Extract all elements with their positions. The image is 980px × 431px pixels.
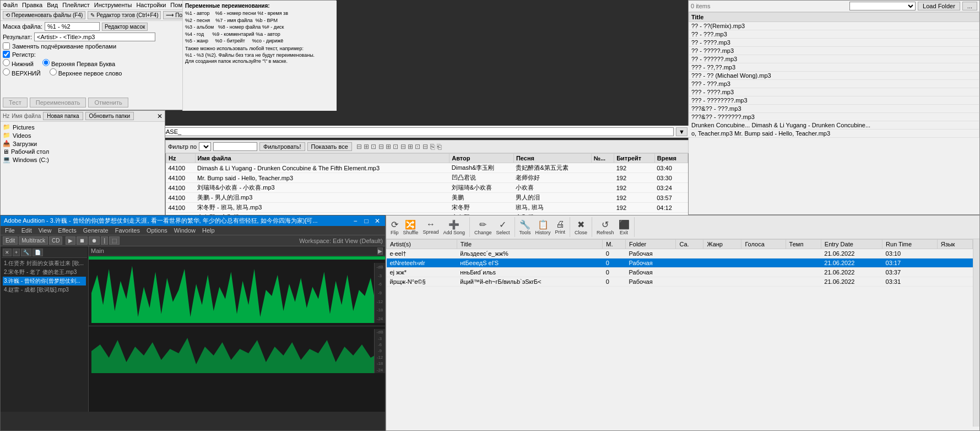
right-table-row[interactable]: Drunken Concubine... Dimash & Li Yugang … [689,121,979,130]
addr-dropdown-btn[interactable]: ▼ [676,127,687,136]
au-menu-favorites[interactable]: Favorites [113,227,142,234]
au-file-item[interactable]: 1.任贤齐 封面的女孩看过来 [歌... [3,259,86,268]
mb-btn-flip[interactable]: ⟳Flip [389,218,400,236]
menu-item-правка[interactable]: Правка [22,2,42,8]
load-folder-btn[interactable]: Load Folder [918,2,960,10]
test-btn[interactable]: Тест [3,98,28,107]
show-all-btn[interactable]: Показать все [307,142,352,151]
au-menu-effects[interactable]: Effects [56,227,78,234]
au-tab-cd[interactable]: CD [49,236,62,245]
right-table-row[interactable]: ?? - ???.mp3 [689,30,979,39]
menu-item-файл[interactable]: Файл [3,2,18,8]
au-tab-edit[interactable]: Edit [3,236,18,245]
au-menu-help[interactable]: Help [200,227,217,234]
fb-item[interactable]: 📥Загрузки [2,139,164,148]
au-sidebar-btn3[interactable]: 🔧 [21,249,31,256]
fb-item[interactable]: 💻Windows (C:) [2,155,164,164]
mask-input[interactable] [45,22,100,31]
mb-btn-exit[interactable]: ⬛Exit [618,218,631,236]
fb-close-btn[interactable]: ✕ [157,112,163,120]
au-file-item[interactable]: 3.许巍 - 曾经的你(曾梦想仗剑... [3,277,86,285]
addr-input[interactable] [124,127,674,136]
fb-item[interactable]: 🖥Рабочий стол [2,148,164,155]
cancel-btn[interactable]: Отменить [88,98,128,107]
right-panel-select[interactable] [849,2,916,10]
refresh-folders-btn[interactable]: Обновить папки [85,112,134,120]
fl-row[interactable]: 44100Dimash & Li Yugang - Drunken Concub… [166,163,688,173]
mb-row[interactable]: еtNreteeh›иlrнtБееедS еI'S0Рабочая21.06.… [387,258,973,268]
mb-btn-select[interactable]: ✓Select [495,218,511,236]
au-sidebar-btn4[interactable]: 📄 [33,249,43,256]
fb-item[interactable]: 📁Pictures [2,123,164,131]
right-table-row[interactable]: ?? - ??????.mp3 [689,55,979,63]
au-sidebar-btn2[interactable]: + [13,249,20,256]
au-menu-generate[interactable]: Generate [81,227,111,234]
right-table-row[interactable]: ?? - ?????.mp3 [689,47,979,55]
au-cursor-btn[interactable]: | [101,236,108,245]
mb-btn-print[interactable]: 🖨Print [554,218,567,236]
register-checkbox[interactable] [3,51,10,58]
rename-btn[interactable]: Переименовать [30,98,86,107]
mb-btn-refresh[interactable]: ↺Refresh [595,218,615,236]
menu-item-инструменты[interactable]: Инструменты [94,2,132,8]
tag-editor-btn[interactable]: ✎ Редактор тэгов (Ctrl+F4) [88,11,161,19]
fb-item[interactable]: 📁Videos [2,131,164,139]
radio-upper-first[interactable] [42,59,50,66]
mb-scrollbar[interactable] [973,239,979,427]
radio-upper-word[interactable] [50,68,57,76]
right-table-row[interactable]: ??? - ????????.mp3 [689,96,979,105]
mb-btn-history[interactable]: 📋History [534,218,552,236]
mb-btn-change[interactable]: ✏Change [473,218,493,236]
mask-editor-btn[interactable]: Редактор масок [102,23,148,31]
new-folder-btn[interactable]: Новая папка [43,112,83,120]
au-editor-arrow[interactable]: ▶ [377,247,383,255]
mb-row[interactable]: еj жж*нньБиd´ильs0Рабочая21.06.202203:37 [387,268,973,277]
right-table-row[interactable]: ?? - ??(Remix).mp3 [689,22,979,30]
mb-row[interactable]: йрщж-N°е©§йций™й-еh~гБ/вильb`эSкrБ<0Рабо… [387,277,973,287]
au-tab-multitrack[interactable]: Multitrack [19,236,48,245]
au-tool-1[interactable]: ▶ [66,236,75,245]
menu-item-плейлист[interactable]: Плейлист [62,2,90,8]
right-table-row[interactable]: ?? - ????.mp3 [689,39,979,47]
au-close-btn[interactable]: ✕ [373,217,382,225]
au-menu-view[interactable]: View [36,227,54,234]
right-table-row[interactable]: ???&?? - ???.mp3 [689,105,979,113]
fl-row[interactable]: 44100宋冬野 - 班马, 班马.mp3宋冬野班马, 班马19204:12 [166,203,688,213]
right-table-row[interactable]: o, Teacher.mp3 Mr. Bump said - Hello, Te… [689,130,979,138]
au-file-item[interactable]: 4.赵雷 - 成都 [歌词版].mp3 [3,285,86,294]
au-sidebar-btn1[interactable]: ✕ [3,249,12,256]
right-table-row[interactable]: ??? - ???.mp3 [689,80,979,88]
mb-btn-tools[interactable]: 🔧Tools [518,218,532,236]
fl-row[interactable]: 44100美鹏 - 男人的泪.mp3美鹏男人的泪19203:57 [166,193,688,203]
filter-input[interactable] [213,142,257,151]
right-table-row[interactable]: ??? - ?? (Michael Wong).mp3 [689,72,979,80]
rename-files-btn[interactable]: ⟲ Переименовать файлы (F4) [3,11,85,19]
right-table-row[interactable]: ???&?? - ???????.mp3 [689,113,979,121]
underscores-checkbox[interactable] [3,42,10,50]
au-maximize-btn[interactable]: □ [362,217,371,225]
radio-upper[interactable] [3,68,10,76]
filter-btn[interactable]: Фильтровать! [259,142,305,151]
au-file-item[interactable]: 2.宋冬野 - 老了 傻的老王.mp3 [3,268,86,277]
au-tool-2[interactable]: ⏹ [77,236,88,245]
mb-btn-close[interactable]: ✖Close [573,218,588,236]
menu-item-настройки[interactable]: Настройки [136,2,166,8]
filter-select[interactable] [199,142,211,151]
au-select-btn[interactable]: ⬚ [109,236,120,245]
mb-btn-add-song[interactable]: ➕Add Song [442,218,466,236]
right-table-row[interactable]: ??? - ??,??.mp3 [689,63,979,72]
mb-row[interactable]: е·еel†йльздеес´е_жж%0Рабочая21.06.202203… [387,249,973,258]
fl-row[interactable]: 44100Mr. Bump said - Hello, Teacher.mp3凹… [166,173,688,183]
au-menu-edit[interactable]: Edit [19,227,34,234]
menu-item-вид[interactable]: Вид [47,2,58,8]
au-menu-file[interactable]: File [3,227,17,234]
radio-lower[interactable] [3,59,10,66]
au-tool-3[interactable]: ⏺ [89,236,100,245]
result-input[interactable] [34,33,155,41]
right-panel-dots-btn[interactable]: ... [962,2,977,10]
right-table-row[interactable]: ??? - ????.mp3 [689,88,979,96]
fl-row[interactable]: 44100刘瑞琦&小欢喜 - 小欢喜.mp3刘瑞琦&小欢喜小欢喜19203:24 [166,183,688,193]
mb-btn-shuffle[interactable]: 🔀Shuffle [402,218,420,236]
au-menu-options[interactable]: Options [144,227,170,234]
au-minimize-btn[interactable]: − [351,217,360,225]
